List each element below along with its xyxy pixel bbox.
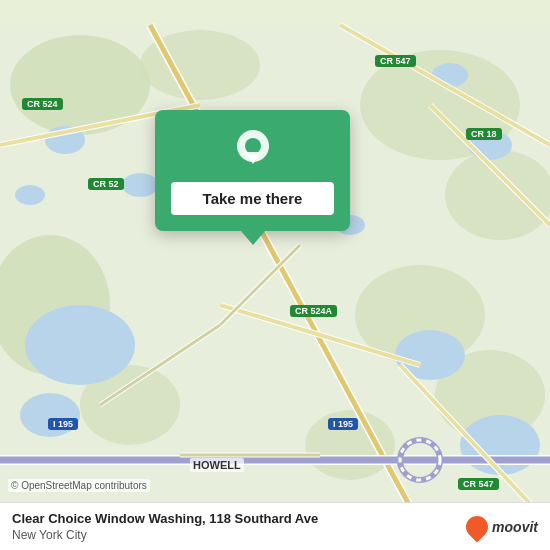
svg-point-4	[445, 150, 550, 240]
town-label-howell: HOWELL	[190, 458, 244, 472]
map-background	[0, 0, 550, 550]
road-label-cr547-top: CR 547	[375, 55, 416, 67]
osm-attribution: © OpenStreetMap contributors	[8, 479, 150, 492]
moovit-brand-name: moovit	[492, 519, 538, 535]
svg-point-11	[15, 185, 45, 205]
road-label-cr524: CR 524	[22, 98, 63, 110]
road-label-cr524a: CR 524A	[290, 305, 337, 317]
road-label-i195-left: I 195	[48, 418, 78, 430]
location-popup-card: Take me there	[155, 110, 350, 231]
info-bar: Clear Choice Window Washing, 118 Southar…	[0, 502, 550, 550]
svg-point-18	[122, 173, 158, 197]
map-pin-icon	[231, 128, 275, 172]
info-text: Clear Choice Window Washing, 118 Southar…	[12, 511, 466, 542]
svg-point-15	[20, 393, 80, 437]
road-label-cr522: CR 52	[88, 178, 124, 190]
moovit-icon	[462, 511, 493, 542]
map-container: CR 524 CR 52 CR 547 CR 18 I 195 I 195 CR…	[0, 0, 550, 550]
business-name: Clear Choice Window Washing, 118 Southar…	[12, 511, 466, 528]
road-label-cr18: CR 18	[466, 128, 502, 140]
svg-point-14	[25, 305, 135, 385]
city-name: New York City	[12, 528, 466, 542]
moovit-logo: moovit	[466, 516, 538, 538]
road-label-cr547-bottom: CR 547	[458, 478, 499, 490]
svg-point-43	[245, 138, 261, 154]
take-me-there-button[interactable]: Take me there	[171, 182, 334, 215]
road-label-i195-right: I 195	[328, 418, 358, 430]
